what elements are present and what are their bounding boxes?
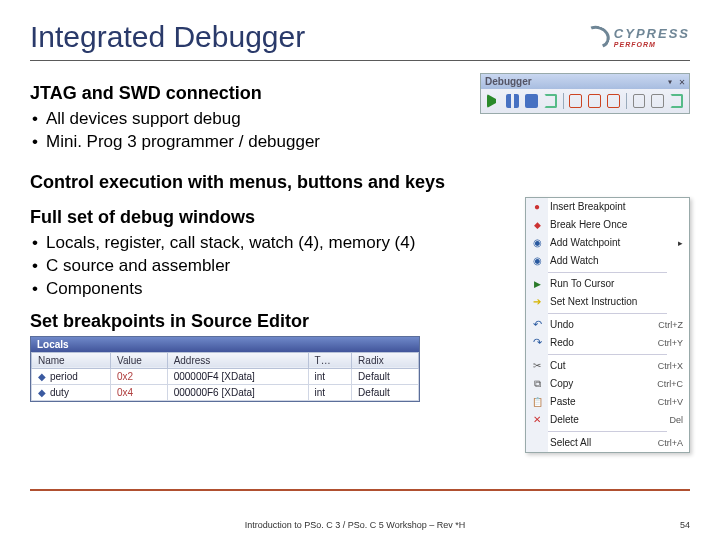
- toolbar-separator: [563, 93, 564, 109]
- dot-icon: [530, 200, 544, 214]
- restart-icon[interactable]: [544, 94, 557, 108]
- menu-item-label: Insert Breakpoint: [550, 201, 683, 212]
- section2-heading: Control execution with menus, buttons an…: [30, 172, 690, 193]
- toolbar-separator: [626, 93, 627, 109]
- locals-cell-address: 000000F6 [XData]: [167, 384, 308, 400]
- menu-item[interactable]: PasteCtrl+V: [526, 393, 689, 411]
- menu-item-label: Set Next Instruction: [550, 296, 683, 307]
- eye-icon: [530, 236, 544, 250]
- menu-item-shortcut: Ctrl+V: [658, 397, 683, 407]
- menu-item[interactable]: CopyCtrl+C: [526, 375, 689, 393]
- menu-item-label: Delete: [550, 414, 663, 425]
- toolbar-close-icon[interactable]: ▾ ✕: [667, 76, 685, 87]
- menu-item-label: Paste: [550, 396, 652, 407]
- bullet: Mini. Prog 3 programmer / debugger: [30, 131, 470, 154]
- locals-caption: Locals: [31, 337, 419, 352]
- menu-item[interactable]: Set Next Instruction: [526, 293, 689, 311]
- bullet: Locals, register, call stack, watch (4),…: [30, 232, 515, 255]
- menu-separator: [548, 354, 667, 355]
- locals-row[interactable]: ◆duty0x4000000F6 [XData]intDefault: [32, 384, 419, 400]
- cop-icon: [530, 377, 544, 391]
- locals-cell-name: ◆period: [32, 368, 111, 384]
- sq-icon: [530, 218, 544, 232]
- menu-item[interactable]: Break Here Once: [526, 216, 689, 234]
- locals-cell-radix: Default: [352, 368, 419, 384]
- eye-icon: [530, 254, 544, 268]
- blank-icon: [530, 436, 544, 450]
- red-icon: [530, 336, 544, 350]
- submenu-arrow-icon: ▸: [678, 238, 683, 248]
- step-over-icon[interactable]: [588, 94, 601, 108]
- menu-item-label: Undo: [550, 319, 652, 330]
- section4-heading: Set breakpoints in Source Editor: [30, 311, 515, 332]
- menu-item-shortcut: Ctrl+X: [658, 361, 683, 371]
- menu-separator: [548, 272, 667, 273]
- yel-icon: [530, 295, 544, 309]
- locals-window: Locals Name Value Address T… Radix ◆peri…: [30, 336, 420, 402]
- cypress-logo: CYPRESS PERFORM: [584, 20, 690, 48]
- locals-col-name[interactable]: Name: [32, 352, 111, 368]
- menu-item-label: Select All: [550, 437, 652, 448]
- editor-context-menu: Insert BreakpointBreak Here OnceAdd Watc…: [525, 197, 690, 453]
- logo-subtext: PERFORM: [614, 41, 690, 48]
- menu-item-label: Run To Cursor: [550, 278, 683, 289]
- pst-icon: [530, 395, 544, 409]
- cut-icon: [530, 359, 544, 373]
- menu-item[interactable]: Run To Cursor: [526, 275, 689, 293]
- menu-item-label: Cut: [550, 360, 652, 371]
- play-icon[interactable]: [487, 94, 500, 108]
- menu-item-label: Break Here Once: [550, 219, 683, 230]
- section1-heading: JTAG and SWD connection: [30, 83, 470, 104]
- step-into-icon[interactable]: [569, 94, 582, 108]
- menu-item[interactable]: RedoCtrl+Y: [526, 334, 689, 352]
- logo-swoosh-icon: [581, 22, 613, 52]
- locals-col-radix[interactable]: Radix: [352, 352, 419, 368]
- locals-col-type[interactable]: T…: [308, 352, 352, 368]
- locals-cell-value: 0x2: [111, 368, 168, 384]
- menu-item-label: Add Watchpoint: [550, 237, 672, 248]
- menu-item[interactable]: UndoCtrl+Z: [526, 316, 689, 334]
- debugger-toolbar: Debugger ▾ ✕: [480, 73, 690, 114]
- bullet: All devices support debug: [30, 108, 470, 131]
- page-number: 54: [680, 520, 690, 530]
- locals-row[interactable]: ◆period0x2000000F4 [XData]intDefault: [32, 368, 419, 384]
- menu-item[interactable]: DeleteDel: [526, 411, 689, 429]
- menu-separator: [548, 313, 667, 314]
- menu-item[interactable]: CutCtrl+X: [526, 357, 689, 375]
- toggle-bp-icon[interactable]: [633, 94, 646, 108]
- menu-item-shortcut: Del: [669, 415, 683, 425]
- disable-bp-icon[interactable]: [651, 94, 664, 108]
- locals-cell-value: 0x4: [111, 384, 168, 400]
- menu-item[interactable]: Insert Breakpoint: [526, 198, 689, 216]
- menu-item-shortcut: Ctrl+C: [657, 379, 683, 389]
- locals-col-value[interactable]: Value: [111, 352, 168, 368]
- menu-item-shortcut: Ctrl+Z: [658, 320, 683, 330]
- locals-col-address[interactable]: Address: [167, 352, 308, 368]
- locals-cell-type: int: [308, 384, 352, 400]
- menu-item-label: Redo: [550, 337, 652, 348]
- menu-item-label: Copy: [550, 378, 651, 389]
- locals-cell-address: 000000F4 [XData]: [167, 368, 308, 384]
- bottom-divider: [30, 489, 690, 491]
- section3-heading: Full set of debug windows: [30, 207, 515, 228]
- pause-icon[interactable]: [506, 94, 519, 108]
- bullet: C source and assembler: [30, 255, 515, 278]
- slide-title: Integrated Debugger: [30, 20, 305, 54]
- stop-icon[interactable]: [525, 94, 538, 108]
- logo-text: CYPRESS: [614, 26, 690, 41]
- locals-cell-radix: Default: [352, 384, 419, 400]
- menu-item[interactable]: Add Watchpoint▸: [526, 234, 689, 252]
- refresh-icon[interactable]: [670, 94, 683, 108]
- step-out-icon[interactable]: [607, 94, 620, 108]
- menu-separator: [548, 431, 667, 432]
- menu-item[interactable]: Add Watch: [526, 252, 689, 270]
- menu-item-label: Add Watch: [550, 255, 683, 266]
- footer-text: Introduction to PSo. C 3 / PSo. C 5 Work…: [30, 520, 680, 530]
- title-divider: [30, 60, 690, 61]
- locals-cell-name: ◆duty: [32, 384, 111, 400]
- menu-item[interactable]: Select AllCtrl+A: [526, 434, 689, 452]
- menu-item-shortcut: Ctrl+Y: [658, 338, 683, 348]
- toolbar-caption: Debugger: [485, 76, 532, 87]
- del-icon: [530, 413, 544, 427]
- cur-icon: [530, 277, 544, 291]
